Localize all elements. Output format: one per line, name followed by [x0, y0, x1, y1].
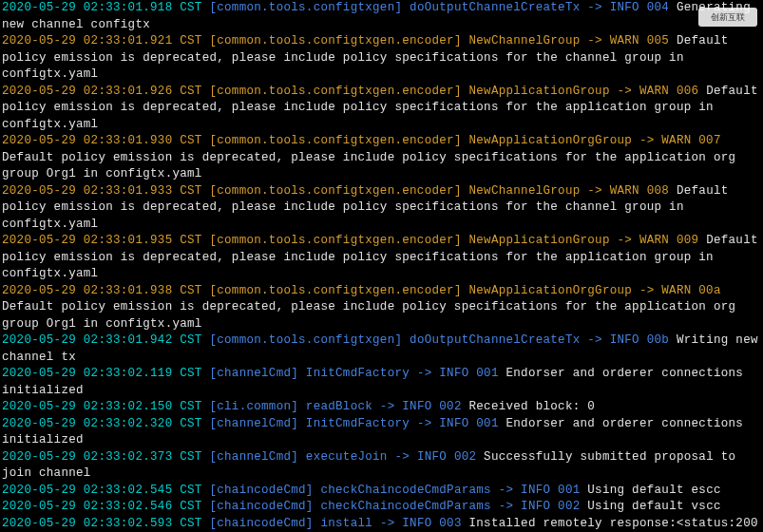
log-timestamp: 2020-05-29 02:33:02.150 CST — [2, 400, 209, 413]
log-source: [chaincodeCmd] — [209, 517, 320, 530]
log-line: 2020-05-29 02:33:02.320 CST [channelCmd]… — [2, 416, 761, 449]
log-source: [channelCmd] — [209, 450, 305, 464]
log-timestamp: 2020-05-29 02:33:01.926 CST — [2, 85, 209, 98]
log-event: checkChaincodeCmdParams -> INFO 002 — [320, 500, 587, 513]
log-source: [common.tools.configtxgen.encoder] — [209, 85, 468, 98]
log-event: InitCmdFactory -> INFO 001 — [306, 367, 506, 380]
log-message: Received block: 0 — [469, 400, 596, 413]
log-timestamp: 2020-05-29 02:33:02.546 CST — [2, 500, 209, 513]
log-line: 2020-05-29 02:33:01.938 CST [common.tool… — [2, 283, 761, 333]
log-message: Using default vscc — [587, 500, 720, 513]
log-event: NewChannelGroup -> WARN 005 — [468, 34, 676, 48]
log-timestamp: 2020-05-29 02:33:02.545 CST — [2, 484, 209, 497]
log-timestamp: 2020-05-29 02:33:02.373 CST — [2, 450, 209, 464]
log-event: executeJoin -> INFO 002 — [306, 450, 484, 464]
log-line: 2020-05-29 02:33:02.150 CST [cli.common]… — [2, 399, 761, 416]
log-timestamp: 2020-05-29 02:33:01.935 CST — [2, 234, 209, 247]
log-timestamp: 2020-05-29 02:33:01.933 CST — [2, 184, 209, 198]
log-timestamp: 2020-05-29 02:33:01.930 CST — [2, 134, 209, 147]
log-event: NewApplicationGroup -> WARN 006 — [468, 85, 706, 98]
log-event: readBlock -> INFO 002 — [306, 400, 469, 413]
log-event: install -> INFO 003 — [320, 517, 468, 530]
log-message: Using default escc — [587, 484, 720, 497]
log-line: 2020-05-29 02:33:01.921 CST [common.tool… — [2, 33, 761, 84]
log-timestamp: 2020-05-29 02:33:02.320 CST — [2, 417, 209, 430]
log-line: 2020-05-29 02:33:02.593 CST [chaincodeCm… — [2, 516, 761, 533]
log-source: [channelCmd] — [209, 367, 305, 380]
log-timestamp: 2020-05-29 02:33:02.593 CST — [2, 517, 209, 530]
watermark-badge: 创新互联 — [698, 8, 757, 27]
log-event: InitCmdFactory -> INFO 001 — [306, 417, 506, 430]
log-line: 2020-05-29 02:33:01.935 CST [common.tool… — [2, 233, 761, 283]
log-event: NewChannelGroup -> WARN 008 — [468, 184, 676, 198]
log-line: 2020-05-29 02:33:01.926 CST [common.tool… — [2, 84, 761, 134]
log-source: [chaincodeCmd] — [209, 484, 320, 497]
log-event: NewApplicationGroup -> WARN 009 — [468, 234, 706, 247]
log-line: 2020-05-29 02:33:02.373 CST [channelCmd]… — [2, 449, 761, 483]
log-line: 2020-05-29 02:33:02.119 CST [channelCmd]… — [2, 366, 761, 399]
log-timestamp: 2020-05-29 02:33:02.119 CST — [2, 367, 209, 380]
log-source: [common.tools.configtxgen.encoder] — [209, 184, 468, 198]
log-event: NewApplicationOrgGroup -> WARN 00a — [468, 284, 728, 297]
log-event: checkChaincodeCmdParams -> INFO 001 — [320, 484, 587, 497]
log-event: doOutputChannelCreateTx -> INFO 004 — [410, 1, 677, 14]
log-source: [common.tools.configtxgen.encoder] — [209, 34, 468, 48]
log-source: [chaincodeCmd] — [209, 500, 320, 513]
log-source: [common.tools.configtxgen.encoder] — [209, 234, 468, 247]
log-line: 2020-05-29 02:33:01.918 CST [common.tool… — [2, 0, 761, 33]
log-event: doOutputChannelCreateTx -> INFO 00b — [410, 333, 677, 347]
log-source: [common.tools.configtxgen.encoder] — [209, 284, 468, 297]
log-message: Default policy emission is deprecated, p… — [2, 300, 743, 331]
log-source: [common.tools.configtxgen.encoder] — [209, 134, 468, 147]
log-source: [cli.common] — [209, 400, 305, 413]
log-timestamp: 2020-05-29 02:33:01.938 CST — [2, 284, 209, 297]
log-line: 2020-05-29 02:33:01.930 CST [common.tool… — [2, 133, 761, 183]
log-timestamp: 2020-05-29 02:33:01.921 CST — [2, 34, 209, 48]
log-source: [common.tools.configtxgen] — [209, 333, 410, 347]
log-source: [channelCmd] — [209, 417, 305, 430]
log-line: 2020-05-29 02:33:01.933 CST [common.tool… — [2, 183, 761, 234]
log-event: NewApplicationOrgGroup -> WARN 007 — [468, 134, 728, 147]
log-line: 2020-05-29 02:33:02.546 CST [chaincodeCm… — [2, 499, 761, 516]
terminal-output: 2020-05-29 02:33:01.918 CST [common.tool… — [0, 0, 763, 532]
log-message: Default policy emission is deprecated, p… — [2, 151, 743, 181]
log-source: [common.tools.configtxgen] — [209, 1, 410, 14]
log-timestamp: 2020-05-29 02:33:01.942 CST — [2, 333, 209, 347]
log-line: 2020-05-29 02:33:01.942 CST [common.tool… — [2, 332, 761, 366]
watermark-text: 创新互联 — [711, 11, 745, 24]
log-line: 2020-05-29 02:33:02.545 CST [chaincodeCm… — [2, 483, 761, 500]
log-timestamp: 2020-05-29 02:33:01.918 CST — [2, 1, 209, 14]
